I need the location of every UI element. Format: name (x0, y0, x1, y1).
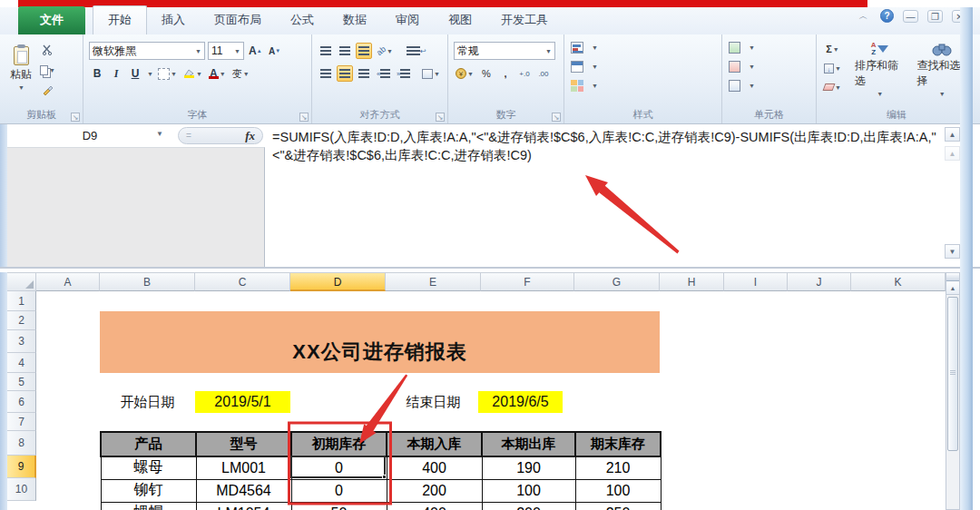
ribbon-collapse-icon[interactable]: ︿ (856, 10, 871, 23)
top-align-button[interactable] (318, 43, 334, 59)
column-header-H[interactable]: H (660, 272, 724, 291)
row-header-10[interactable]: 10 (7, 478, 36, 501)
cell-r1c4[interactable]: 400 (387, 456, 482, 479)
cell-r2c4[interactable]: 200 (387, 479, 482, 502)
clipboard-dialog-launcher[interactable]: ↘ (71, 113, 80, 122)
formula-input[interactable]: =SUMIFS(入库表!D:D,入库表!A:A,"<"&进存销表!$C$6,入库… (272, 128, 936, 164)
font-name-select[interactable]: 微软雅黑▼ (89, 42, 205, 60)
underline-button[interactable]: U (127, 65, 143, 82)
merge-center-button[interactable]: ▼ (420, 65, 442, 82)
restore-button[interactable]: ❐ (927, 10, 943, 23)
format-painter-button[interactable] (39, 82, 55, 98)
cell-r3c2[interactable]: LM1054 (196, 502, 291, 510)
tab-data[interactable]: 数据 (328, 6, 381, 34)
accounting-format-button[interactable]: ¥▼ (454, 65, 475, 82)
name-box-dropdown-icon[interactable]: ▼ (156, 130, 163, 138)
tab-page-layout[interactable]: 页面布局 (200, 6, 276, 34)
bold-button[interactable]: B (89, 65, 105, 82)
formula-scroll-up-icon[interactable]: ▲ (945, 127, 960, 142)
tab-insert[interactable]: 插入 (147, 6, 200, 34)
active-cell-D9[interactable] (290, 456, 386, 478)
fill-color-button[interactable]: ▼ (181, 65, 204, 82)
end-date-cell[interactable]: 2019/6/5 (478, 391, 563, 413)
wrap-text-button[interactable]: ↩ (405, 43, 428, 59)
row-header-6[interactable]: 6 (7, 391, 36, 413)
column-header-A[interactable]: A (36, 272, 100, 291)
title-banner-top[interactable] (100, 311, 660, 330)
bottom-align-button[interactable] (356, 43, 372, 59)
middle-align-button[interactable] (337, 43, 353, 59)
decrease-indent-button[interactable]: « (375, 65, 392, 82)
cell-r3c4[interactable]: 400 (387, 502, 482, 510)
row-header-3[interactable]: 3 (7, 330, 36, 353)
column-header-E[interactable]: E (386, 272, 481, 291)
shrink-font-button[interactable]: A▼ (267, 43, 283, 59)
table-header-2[interactable]: 型号 (196, 432, 291, 456)
copy-button[interactable]: ▼ (38, 62, 57, 78)
table-header-5[interactable]: 本期出库 (482, 432, 575, 456)
tab-formulas[interactable]: 公式 (276, 6, 328, 34)
start-date-label[interactable]: 开始日期 (100, 392, 195, 413)
cell-r1c2[interactable]: LM001 (196, 456, 291, 479)
name-box[interactable]: D9 (7, 126, 172, 145)
tab-view[interactable]: 视图 (434, 6, 486, 34)
tab-review[interactable]: 审阅 (381, 6, 434, 34)
cell-r1c5[interactable]: 190 (482, 456, 575, 479)
decrease-decimal-button[interactable]: .00 (535, 65, 552, 82)
row-header-7[interactable]: 7 (7, 413, 36, 431)
end-date-label[interactable]: 结束日期 (386, 392, 481, 413)
table-header-4[interactable]: 本期入库 (387, 432, 482, 456)
start-date-cell[interactable]: 2019/5/1 (195, 391, 290, 413)
delete-cells-button[interactable]: ▼ (726, 57, 812, 76)
cell-r1c1[interactable]: 螺母 (101, 456, 196, 479)
format-cells-button[interactable]: ▼ (726, 76, 812, 95)
row-header-9[interactable]: 9 (7, 456, 36, 478)
scrollbar-split-handle[interactable] (946, 273, 959, 281)
cell-r2c2[interactable]: MD4564 (196, 479, 291, 502)
font-size-select[interactable]: 11▼ (208, 42, 244, 60)
column-header-B[interactable]: B (100, 272, 195, 291)
alignment-dialog-launcher[interactable]: ↘ (436, 113, 445, 122)
tab-developer[interactable]: 开发工具 (486, 6, 563, 34)
number-format-select[interactable]: 常规▼ (454, 42, 555, 60)
column-header-K[interactable]: K (851, 272, 946, 291)
align-right-button[interactable] (356, 65, 372, 82)
increase-indent-button[interactable]: » (395, 65, 412, 82)
row-header-4[interactable]: 4 (7, 353, 36, 373)
cell-styles-button[interactable]: ▼ (568, 76, 718, 95)
increase-decimal-button[interactable]: +.0 (516, 65, 533, 82)
paste-button[interactable]: 粘贴 ▼ (4, 38, 38, 98)
font-color-button[interactable]: A ▼ (207, 65, 228, 82)
format-as-table-button[interactable]: ▼ (568, 57, 718, 76)
cell-r2c6[interactable]: 100 (575, 479, 661, 502)
orientation-button[interactable]: ab ▼ (375, 43, 395, 59)
align-center-button[interactable] (337, 65, 353, 82)
select-all-button[interactable] (7, 272, 36, 291)
minimize-button[interactable]: — (903, 10, 918, 23)
comma-style-button[interactable]: , (497, 65, 514, 82)
column-header-C[interactable]: C (195, 272, 290, 291)
help-icon[interactable]: ? (880, 9, 894, 23)
insert-function-button[interactable]: = fx (178, 127, 263, 144)
column-header-J[interactable]: J (788, 272, 851, 291)
align-left-button[interactable] (318, 65, 334, 82)
cell-r3c5[interactable]: 200 (482, 502, 575, 510)
tab-file[interactable]: 文件 (18, 6, 85, 34)
underline-caret-icon[interactable]: ▼ (147, 71, 153, 77)
table-header-3[interactable]: 初期库存 (291, 432, 387, 456)
cell-r2c3[interactable]: 0 (291, 479, 387, 502)
italic-button[interactable]: I (108, 65, 124, 82)
number-dialog-launcher[interactable]: ↘ (552, 113, 561, 122)
conditional-formatting-button[interactable]: ▼ (568, 38, 718, 57)
row-header-5[interactable]: 5 (7, 373, 36, 391)
phonetic-guide-button[interactable]: 变 ▼ (230, 65, 251, 82)
table-header-1[interactable]: 产品 (101, 432, 196, 456)
grow-font-button[interactable]: A▲ (247, 43, 264, 59)
fill-button[interactable]: ↓▼ (822, 60, 843, 76)
formula-scroll-down-icon[interactable]: ▼ (945, 244, 960, 259)
clear-button[interactable]: ▼ (822, 79, 843, 95)
cell-r1c6[interactable]: 210 (575, 456, 661, 479)
cell-r2c5[interactable]: 100 (482, 479, 575, 502)
vertical-scrollbar[interactable]: ▲ (946, 272, 960, 510)
row-header-1[interactable]: 1 (7, 291, 36, 311)
